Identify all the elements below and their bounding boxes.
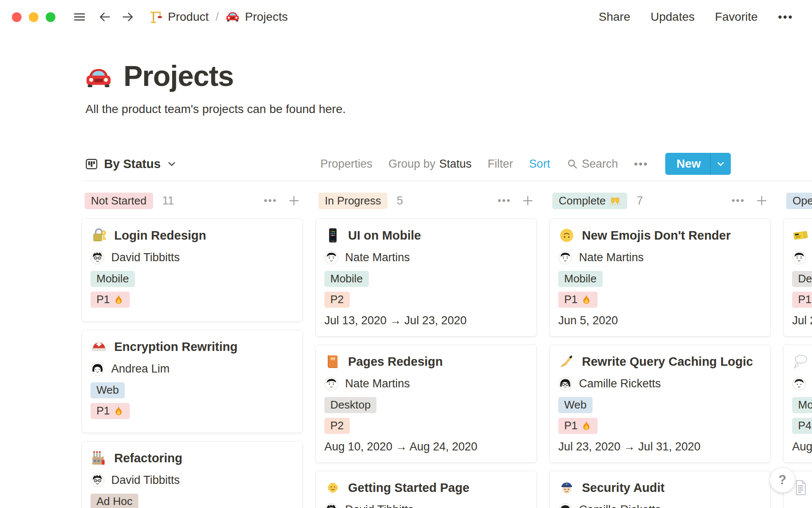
column-cards: PNDesP1 Jul 2CSMobP4Aug 3N — [783, 218, 812, 508]
board-card[interactable]: Getting Started PageDavid Tibbitts — [315, 471, 537, 508]
column-header: In Progress5••• — [315, 192, 537, 209]
card-title-row: N — [792, 479, 812, 496]
zoom-window-button[interactable] — [46, 12, 55, 22]
tag: Des — [792, 271, 812, 287]
column-cards: New Emojis Don't RenderNate MartinsMobil… — [549, 218, 771, 508]
close-window-button[interactable] — [12, 12, 22, 22]
building-construction-icon — [148, 10, 163, 24]
police-officer-icon — [558, 479, 575, 496]
fire-icon — [113, 294, 124, 305]
avatar — [324, 377, 338, 391]
forward-icon[interactable] — [120, 9, 136, 25]
column-more-icon[interactable]: ••• — [732, 195, 745, 206]
card-title: Rewrite Query Caching Logic — [582, 355, 753, 369]
column-more-icon[interactable]: ••• — [498, 195, 511, 206]
board-view-icon — [85, 157, 99, 171]
column-cards: Login RedesignDavid TibbittsMobileP1 Enc… — [82, 218, 303, 508]
tag-row: P2 — [324, 418, 528, 434]
card-title-row: Pages Redesign — [324, 353, 528, 370]
page-description: All the product team's projects can be f… — [85, 102, 812, 116]
column-count: 11 — [162, 194, 174, 207]
new-dropdown-icon[interactable] — [710, 159, 731, 169]
window-controls — [12, 12, 55, 22]
card-title: Refactoring — [114, 451, 182, 465]
card-assignee: Nate Martins — [324, 377, 528, 391]
board-column: Open•••PNDesP1 Jul 2CSMobP4Aug 3N — [783, 192, 812, 508]
card-title-row: Security Audit — [558, 479, 762, 496]
board-card[interactable]: Rewrite Query Caching LogicCamille Ricke… — [549, 345, 771, 463]
tag-row: Mobile — [558, 271, 762, 287]
card-date: Jul 23, 2020 → Jul 31, 2020 — [558, 440, 762, 453]
column-more-icon[interactable]: ••• — [264, 195, 277, 206]
card-assignee: David Tibbitts — [91, 473, 294, 487]
column-status-badge[interactable]: Open — [786, 193, 812, 209]
avatar — [91, 473, 104, 487]
card-assignee: David Tibbitts — [324, 503, 528, 508]
board: Not Started11•••Login RedesignDavid Tibb… — [82, 192, 812, 508]
card-title: Getting Started Page — [348, 481, 469, 495]
column-add-card-icon[interactable] — [755, 194, 768, 207]
properties-button[interactable]: Properties — [320, 157, 372, 171]
assignee-name: Nate Martins — [345, 251, 410, 264]
raised-hands-icon — [609, 195, 621, 207]
tag-row: Mobile — [324, 271, 528, 287]
back-icon[interactable] — [97, 9, 113, 25]
breadcrumb-separator: / — [216, 10, 219, 24]
tag: P2 — [324, 292, 350, 308]
updates-button[interactable]: Updates — [650, 10, 694, 24]
column-status-badge[interactable]: In Progress — [318, 193, 387, 209]
tag: P1 — [558, 292, 598, 308]
minimize-window-button[interactable] — [29, 12, 38, 22]
column-add-card-icon[interactable] — [521, 194, 534, 207]
board-card[interactable]: UI on MobileNate MartinsMobileP2Jul 13, … — [315, 218, 537, 337]
tag-row: Ad Hoc — [91, 494, 294, 508]
group-by-value: Status — [439, 157, 472, 171]
sort-button[interactable]: Sort — [529, 157, 550, 171]
card-assignee: Andrea Lim — [91, 362, 294, 376]
board-card[interactable]: New Emojis Don't RenderNate MartinsMobil… — [549, 218, 771, 337]
card-title: UI on Mobile — [348, 229, 421, 243]
column-status-badge[interactable]: Complete — [552, 193, 627, 209]
card-title: Login Redesign — [114, 229, 206, 243]
tag-row: Web — [558, 397, 762, 413]
breadcrumb-projects[interactable]: Projects — [223, 8, 290, 26]
board-card[interactable]: Login RedesignDavid TibbittsMobileP1 — [82, 218, 303, 322]
help-button[interactable]: ? — [770, 467, 795, 493]
board-card[interactable]: Pages RedesignNate MartinsDesktopP2Aug 1… — [315, 345, 537, 463]
board-card[interactable]: CSMobP4Aug 3 — [783, 345, 812, 463]
card-title: Encryption Rewriting — [114, 340, 238, 354]
tag: P1 — [91, 403, 130, 419]
search-button[interactable]: Search — [566, 157, 618, 171]
favorite-button[interactable]: Favorite — [715, 10, 758, 24]
avatar — [91, 362, 104, 376]
new-button[interactable]: New — [665, 153, 731, 175]
board-card[interactable]: Encryption RewritingAndrea LimWebP1 — [82, 330, 303, 433]
breadcrumb-product[interactable]: Product — [146, 8, 211, 26]
tag-row: P1 — [91, 292, 294, 308]
group-by-button[interactable]: Group by Status — [389, 157, 472, 171]
board-card[interactable]: RefactoringDavid TibbittsAd HocP1 — [82, 441, 303, 508]
thought-balloon-icon — [792, 353, 809, 370]
window-more-icon[interactable]: ••• — [778, 11, 793, 24]
board-column: In Progress5•••UI on MobileNate MartinsM… — [315, 192, 537, 508]
card-title-row: UI on Mobile — [324, 227, 528, 244]
group-by-label: Group by — [389, 157, 436, 171]
share-button[interactable]: Share — [599, 10, 631, 24]
avatar — [792, 377, 806, 391]
assignee-name: Camille Ricketts — [579, 503, 661, 508]
board-card[interactable]: PNDesP1 Jul 2 — [783, 218, 812, 337]
breadcrumb-projects-label: Projects — [245, 10, 288, 24]
assignee-name: Nate Martins — [579, 251, 644, 264]
filter-button[interactable]: Filter — [488, 157, 513, 171]
tag-row: P2 — [324, 292, 528, 308]
sidebar-menu-icon[interactable] — [71, 9, 88, 25]
column-add-card-icon[interactable] — [288, 194, 300, 207]
card-title-row: Refactoring — [91, 450, 294, 467]
car-icon[interactable] — [85, 64, 112, 92]
board-card[interactable]: Security AuditCamille Ricketts — [549, 471, 771, 508]
tag-row: P1 — [558, 292, 762, 308]
view-selector[interactable]: By Status — [85, 157, 177, 171]
toolbar-more-icon[interactable]: ••• — [634, 158, 648, 170]
column-status-badge[interactable]: Not Started — [85, 193, 153, 209]
board-column: Not Started11•••Login RedesignDavid Tibb… — [82, 192, 303, 508]
